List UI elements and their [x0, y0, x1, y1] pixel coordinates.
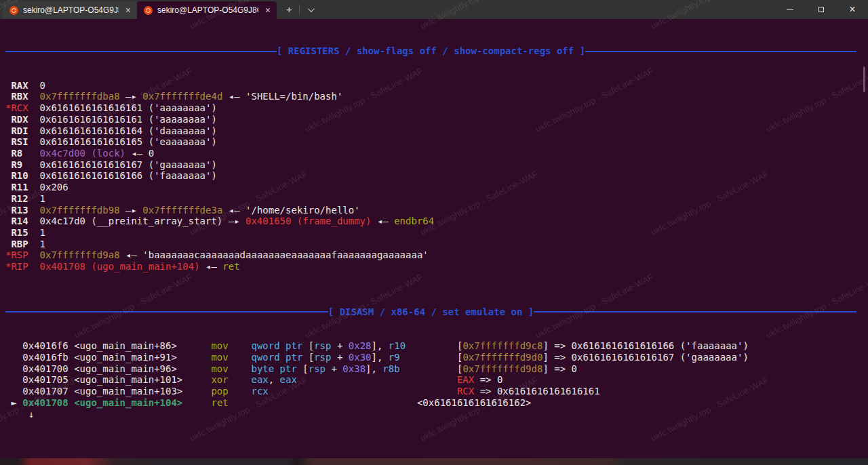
terminal-line: RBP 1 [5, 239, 868, 250]
new-tab-button[interactable]: + [277, 2, 299, 18]
minimize-button[interactable] [774, 0, 806, 19]
terminal-line: RBX 0x7fffffffdba8 —▸ 0x7fffffffde4d ◂— … [5, 91, 868, 102]
terminal-line: R9 0x6161616161616167 ('gaaaaaaa') [5, 159, 868, 171]
registers-header: [ REGISTERS / show-flags off / show-comp… [5, 45, 856, 57]
desktop-background-strip [0, 458, 868, 465]
registers-section: RAX 0 RBX 0x7fffffffdba8 —▸ 0x7fffffffde… [5, 80, 868, 272]
disasm-header-text: [ DISASM / x86-64 / set emulate on ] [328, 306, 534, 318]
disasm-header: [ DISASM / x86-64 / set emulate on ] [5, 306, 856, 318]
terminal-line: RAX 0 [5, 80, 868, 92]
tab-1[interactable]: sekiro@LAPTOP-O54G9J8O: ~, × [3, 1, 137, 19]
terminal-line: R8 0x4c7d00 (lock) ◂— 0 [5, 148, 868, 159]
terminal-line: 0x401700 <ugo_main_main+96> mov byte ptr… [5, 363, 868, 375]
windows-terminal-window: sekiro@LAPTOP-O54G9J8O: ~, × sekiro@LAPT… [0, 0, 868, 465]
window-controls: × [774, 0, 868, 19]
terminal-line: R10 0x6161616161616166 ('faaaaaaa') [5, 170, 868, 182]
header-line [5, 311, 328, 312]
disasm-section: 0x4016f6 <ugo_main_main+86> mov qword pt… [5, 340, 868, 420]
tab-dropdown-button[interactable] [300, 5, 321, 15]
terminal-line: *RIP 0x401708 (ugo_main_main+104) ◂— ret [5, 261, 868, 272]
header-line [5, 51, 277, 52]
terminal-line: ► 0x401708 <ugo_main_main+104> ret <0x61… [5, 397, 868, 409]
terminal-line: *RSP 0x7fffffffd9a8 ◂— 'baaaaaaacaaaaaaa… [5, 249, 868, 261]
terminal-line: R12 1 [5, 193, 868, 205]
terminal-line: RDX 0x6161616161616161 ('aaaaaaaa') [5, 114, 868, 125]
terminal-line: R13 0x7fffffffdb98 —▸ 0x7fffffffde3a ◂— … [5, 205, 868, 216]
tab-close-icon[interactable]: × [123, 5, 133, 15]
scrollbar-thumb[interactable] [863, 66, 865, 92]
registers-header-text: [ REGISTERS / show-flags off / show-comp… [277, 45, 585, 57]
terminal-line: R15 1 [5, 227, 868, 239]
terminal-line: RSI 0x6161616161616165 ('eaaaaaaa') [5, 136, 868, 148]
terminal-line: R14 0x4c17d0 (__preinit_array_start) —▸ … [5, 216, 868, 227]
chevron-down-icon [308, 5, 315, 12]
terminal-line: 0x4016f6 <ugo_main_main+86> mov qword pt… [5, 340, 868, 352]
close-button[interactable]: × [837, 0, 868, 19]
terminal-line: 0x401707 <ugo_main_main+103> pop rcx RCX… [5, 386, 868, 397]
tab-close-icon[interactable]: × [263, 5, 273, 15]
ubuntu-icon [9, 6, 18, 15]
tab-2[interactable]: sekiro@LAPTOP-O54G9J8O: ~ × [137, 1, 277, 19]
tab-title: sekiro@LAPTOP-O54G9J8O: ~ [157, 5, 258, 15]
header-line [585, 51, 856, 52]
terminal-line: 0x401705 <ugo_main_main+101> xor eax, ea… [5, 374, 868, 386]
restore-icon [818, 7, 824, 12]
terminal-line: 0x4016fb <ugo_main_main+91> mov qword pt… [5, 352, 868, 363]
terminal-line: ↓ [5, 409, 868, 420]
header-line [534, 311, 856, 312]
ubuntu-icon [144, 6, 153, 15]
terminal-line: R11 0x206 [5, 182, 868, 193]
terminal-line: RDI 0x6161616161616164 ('daaaaaaa') [5, 125, 868, 137]
tab-bar: sekiro@LAPTOP-O54G9J8O: ~, × sekiro@LAPT… [0, 0, 868, 19]
terminal-content: [ REGISTERS / show-flags off / show-comp… [0, 19, 868, 458]
minimize-icon [787, 9, 793, 10]
maximize-button[interactable] [806, 0, 837, 19]
tab-title: sekiro@LAPTOP-O54G9J8O: ~, [23, 5, 119, 15]
terminal-line: *RCX 0x6161616161616161 ('aaaaaaaa') [5, 102, 868, 114]
